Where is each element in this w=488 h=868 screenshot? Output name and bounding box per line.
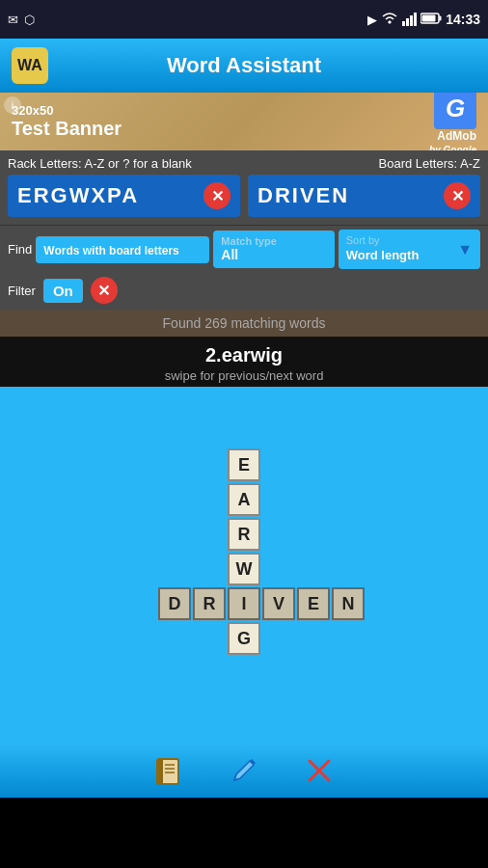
input-section: Rack Letters: A-Z or ? for a blank Board… [0, 150, 488, 225]
sort-dropdown-arrow: ▼ [457, 241, 473, 258]
signal-icon [402, 13, 417, 26]
tile-I-intersection: I [228, 587, 260, 620]
info-icon: i [4, 96, 21, 114]
android-icon: ⬡ [24, 13, 35, 27]
controls-row: Find Words with board letters Match type… [8, 230, 480, 269]
admob-logo: G AdMob by Google [429, 93, 476, 150]
admob-icon: G [434, 93, 476, 129]
match-label: Match type [221, 236, 326, 247]
controls-section: Find Words with board letters Match type… [0, 225, 488, 273]
svg-rect-4 [157, 759, 163, 784]
sort-select[interactable]: Sort by Word length ▼ [339, 230, 480, 269]
ad-banner: i 320x50 Test Banner G AdMob by Google [0, 93, 488, 150]
find-value: Words with board letters [43, 244, 178, 258]
tile-R2: R [193, 587, 226, 620]
filter-section: Filter On ✕ [0, 273, 488, 310]
word-name: earwig [222, 344, 283, 366]
tile-G: G [228, 622, 260, 655]
tile-V: V [262, 587, 295, 620]
word-main: 2.earwig [12, 344, 476, 366]
word-number: 2. [205, 344, 222, 366]
match-select[interactable]: Match type All [213, 231, 334, 268]
sort-label: Sort by [346, 235, 420, 246]
bluetooth-icon: ▶ [367, 13, 377, 27]
tile-W: W [228, 553, 260, 585]
time-display: 14:33 [446, 12, 480, 27]
crossword-container: E A R W I G D R V E N [148, 445, 340, 686]
board-letters: DRIVEN [258, 183, 349, 208]
status-bar: ✉ ⬡ ▶ 14:33 [0, 0, 488, 39]
filter-row: Filter On ✕ [8, 277, 480, 304]
rack-letters: ERGWXPA [17, 183, 139, 208]
filter-clear-button[interactable]: ✕ [91, 277, 118, 304]
svg-rect-1 [440, 15, 442, 20]
find-label: Find [8, 242, 32, 257]
app-logo: WA [12, 47, 48, 84]
find-select[interactable]: Words with board letters [36, 236, 209, 263]
banner-label: Test Banner [12, 118, 122, 140]
word-display: 2.earwig swipe for previous/next word [0, 337, 488, 387]
board-label: Board Letters: A-Z [379, 156, 481, 171]
tile-R: R [228, 518, 260, 551]
status-icons-right: ▶ 14:33 [367, 12, 480, 28]
book-button[interactable] [150, 752, 187, 789]
board-clear-button[interactable]: ✕ [444, 182, 471, 209]
svg-rect-2 [422, 14, 436, 21]
tile-E: E [228, 448, 260, 481]
battery-icon [420, 13, 442, 27]
result-text: Found 269 matching words [163, 315, 326, 331]
rack-clear-button[interactable]: ✕ [203, 182, 230, 209]
board-input[interactable]: DRIVEN ✕ [248, 175, 480, 217]
tile-A: A [228, 483, 260, 516]
pencil-button[interactable] [226, 752, 262, 789]
input-labels: Rack Letters: A-Z or ? for a blank Board… [8, 156, 480, 171]
app-title: Word Assistant [60, 53, 428, 78]
inputs-row: ERGWXPA ✕ DRIVEN ✕ [8, 175, 480, 217]
title-bar: WA Word Assistant [0, 39, 488, 93]
envelope-icon: ✉ [8, 13, 18, 27]
tile-E2: E [297, 587, 330, 620]
close-button[interactable] [301, 752, 338, 789]
tile-N: N [332, 587, 365, 620]
result-count: Found 269 matching words [0, 310, 488, 337]
admob-text: AdMob by Google [429, 129, 476, 150]
filter-on-badge[interactable]: On [43, 279, 83, 303]
sort-value: Word length [346, 248, 420, 262]
word-hint: swipe for previous/next word [12, 368, 476, 383]
match-value: All [221, 247, 238, 262]
filter-label: Filter [8, 284, 36, 298]
rack-input[interactable]: ERGWXPA ✕ [8, 175, 240, 217]
tile-D: D [158, 587, 191, 620]
bottom-bar [0, 744, 488, 798]
board-area: E A R W I G D R V E N [0, 387, 488, 744]
status-icons-left: ✉ ⬡ [8, 13, 35, 27]
sort-text: Sort by Word length [346, 235, 420, 263]
banner-text-area: 320x50 Test Banner [12, 103, 122, 140]
wifi-icon [381, 12, 398, 28]
banner-size: 320x50 [12, 103, 122, 118]
rack-label: Rack Letters: A-Z or ? for a blank [8, 156, 192, 171]
